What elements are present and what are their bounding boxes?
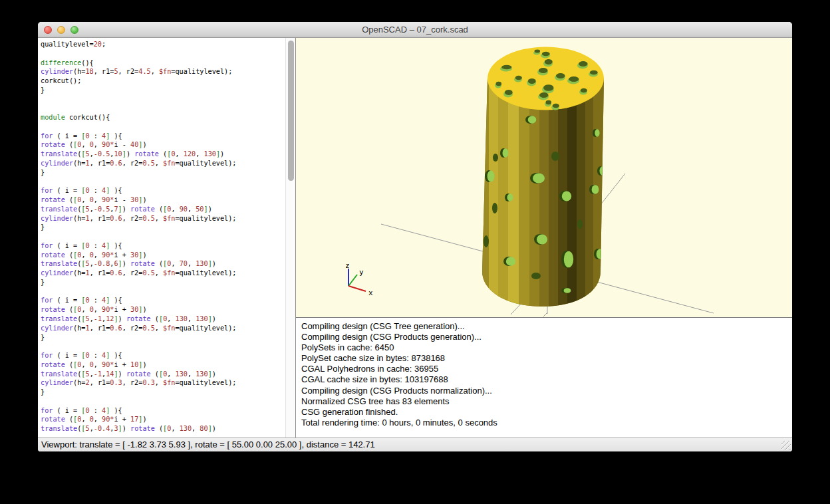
code-line: cylinder(h=1, r1=0.6, r2=0.5, $fn=qualit… — [41, 159, 283, 168]
console-line: CSG generation finished. — [301, 407, 787, 418]
cork-body-hole — [564, 288, 571, 293]
code-line: for ( i = [0 : 4] ){ — [41, 296, 283, 305]
code-line: translate([5,-1,12]) rotate ([0, 130, 13… — [41, 315, 283, 324]
desktop: OpenSCAD – 07_cork.scad qualitylevel=20;… — [0, 0, 830, 504]
cork-body-hole — [528, 116, 537, 123]
cork-top-hole — [579, 61, 588, 66]
x-axis-label: x — [368, 289, 373, 297]
cork-top-hole — [556, 73, 565, 78]
code-line: cylinder(h=1, r1=0.6, r2=0.5, $fn=qualit… — [41, 214, 283, 223]
code-line: translate([5,-1,14]) rotate ([0, 130, 13… — [41, 370, 283, 379]
cork-facet-stripe — [498, 71, 508, 312]
cork-top-hole — [539, 92, 549, 98]
code-line: } — [41, 86, 283, 95]
cork-top-hole — [542, 52, 550, 56]
code-line: cylinder(h=2, r1=0.3, r2=0.3, $fn=qualit… — [41, 378, 283, 388]
code-line: rotate ([0, 0, 90*i + 17]) — [41, 415, 283, 424]
code-line: } — [41, 333, 283, 342]
cork-body-hole — [492, 203, 497, 213]
cork-top-hole — [539, 68, 548, 73]
console-line: Total rendering time: 0 hours, 0 minutes… — [301, 418, 787, 428]
resize-grip-icon[interactable] — [781, 441, 791, 450]
y-axis-label: y — [359, 268, 364, 277]
cork-body-hole — [506, 257, 515, 265]
code-line: qualitylevel=20; — [41, 40, 283, 49]
cork-top-hole — [553, 104, 559, 108]
code-line — [41, 122, 283, 132]
code-editor[interactable]: qualitylevel=20; difference(){cylinder(h… — [38, 38, 296, 438]
code-line: cylinder(h=1, r1=0.6, r2=0.5, $fn=qualit… — [41, 324, 283, 333]
cork-top-hole — [569, 76, 579, 82]
console-line: CGAL cache size in bytes: 103197688 — [301, 374, 787, 385]
cork-top-hole — [505, 90, 513, 95]
code-line — [41, 342, 283, 351]
cork-body-hole — [597, 249, 604, 259]
x-axis-line — [348, 286, 366, 291]
cork-body-hole — [507, 193, 513, 201]
axis-indicator: z y x — [345, 261, 373, 297]
cork-body-hole — [564, 251, 573, 268]
cork-top-hole — [546, 100, 552, 104]
code-line: cylinder(h=1, r1=0.6, r2=0.5, $fn=qualit… — [41, 269, 283, 278]
window-title: OpenSCAD – 07_cork.scad — [38, 22, 792, 38]
cork-top-hole — [590, 70, 598, 74]
code-line: for ( i = [0 : 4] ){ — [41, 132, 283, 141]
cork-body-hole — [493, 154, 498, 162]
code-line: for ( i = [0 : 4] ){ — [41, 241, 283, 251]
code-line: } — [41, 388, 283, 397]
cork-body-hole — [487, 170, 495, 182]
console-line: Compiling design (CSG Tree generation)..… — [301, 321, 787, 332]
code-line — [41, 104, 283, 113]
cork-facet-stripe — [489, 71, 498, 312]
cork-top-hole — [515, 76, 522, 80]
cork-facet-stripe — [577, 71, 585, 312]
code-line — [41, 49, 283, 59]
z-axis-label: z — [345, 261, 350, 270]
code-line: translate([5,-0.5,7]) rotate ([0, 90, 50… — [41, 205, 283, 214]
status-bar: Viewport: translate = [ -1.82 3.73 5.93 … — [38, 438, 792, 451]
code-line: corkcut(); — [41, 76, 283, 86]
cork-body-hole — [562, 191, 571, 201]
cork-body-hole — [533, 173, 545, 183]
cork-body-hole — [600, 166, 606, 175]
console-line: Compiling design (CSG Products normaliza… — [301, 386, 787, 396]
editor-scrollbar[interactable] — [285, 38, 295, 438]
cork-facet-stripe — [508, 71, 519, 312]
console-line: Normalized CSG tree has 83 elements — [301, 396, 787, 407]
code-line: rotate ([0, 0, 90*i + 30]) — [41, 251, 283, 260]
code-line: translate([5,-0.5,10]) rotate ([0, 120, … — [41, 150, 283, 159]
code-line — [41, 397, 283, 406]
code-line — [41, 177, 283, 186]
cork-body-hole — [592, 185, 599, 193]
code-line: translate([5,-0.8,6]) rotate ([0, 70, 13… — [41, 259, 283, 269]
title-bar[interactable]: OpenSCAD – 07_cork.scad — [38, 22, 792, 38]
code-text: qualitylevel=20; difference(){cylinder(h… — [41, 40, 283, 434]
cork-model-render: z y x — [296, 38, 792, 317]
code-line: } — [41, 278, 283, 287]
cork-top-hole — [581, 88, 587, 92]
cork-top-hole — [528, 78, 536, 84]
viewport-3d[interactable]: z y x — [296, 38, 792, 317]
y-axis-line — [348, 275, 357, 286]
cork-top-hole — [545, 59, 553, 64]
console-line: Compiling design (CSG Products generatio… — [301, 332, 787, 342]
code-line: difference(){ — [41, 59, 283, 68]
cork-body-hole — [577, 219, 583, 229]
code-line: } — [41, 168, 283, 178]
code-line: for ( i = [0 : 4] ){ — [41, 351, 283, 360]
console-log[interactable]: Compiling design (CSG Tree generation)..… — [296, 317, 792, 438]
cork-body-hole — [551, 152, 559, 161]
code-line — [41, 287, 283, 297]
openscad-window: OpenSCAD – 07_cork.scad qualitylevel=20;… — [38, 22, 792, 451]
console-line: PolySet cache size in bytes: 8738168 — [301, 353, 787, 364]
code-line: rotate ([0, 0, 90*i + 30]) — [41, 305, 283, 315]
editor-scrollbar-thumb[interactable] — [288, 41, 294, 181]
code-line: rotate ([0, 0, 90*i - 30]) — [41, 195, 283, 205]
cork-body-hole — [531, 273, 541, 279]
cork-facet-stripe — [481, 71, 489, 312]
cork-top-hole — [501, 65, 511, 69]
code-line: cylinder(h=18, r1=5, r2=4.5, $fn=quality… — [41, 67, 283, 76]
cork-top-hole — [543, 84, 553, 91]
code-line — [41, 95, 283, 104]
cork-body-hole — [503, 148, 509, 157]
